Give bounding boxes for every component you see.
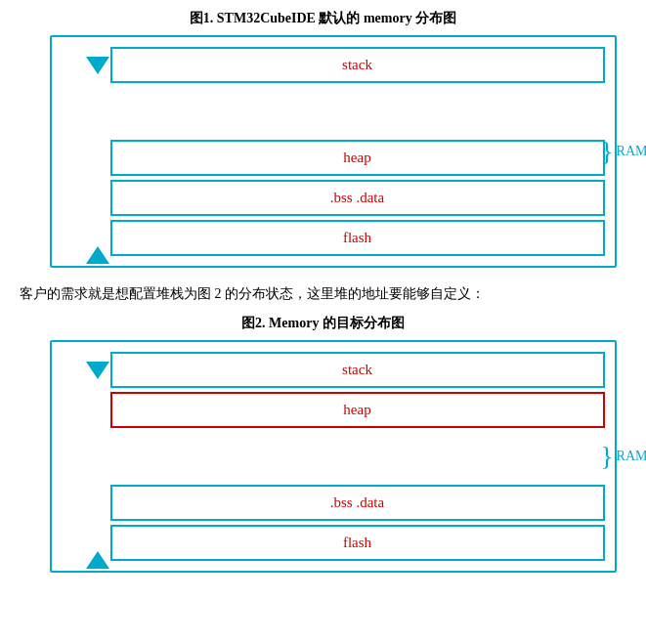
figure1-blocks: stack heap .bss .data flash [110, 47, 605, 256]
fig2-flash-block: flash [110, 525, 605, 561]
fig1-bss-block: .bss .data [110, 180, 605, 216]
fig2-stack-block: stack [110, 352, 605, 388]
fig2-ram-text: RAM [617, 449, 646, 464]
fig2-spacer [110, 432, 605, 481]
figure2-diagram: stack heap .bss .data flash [50, 340, 617, 573]
figure1-title: 图1. STM32CubeIDE 默认的 memory 分布图 [20, 10, 626, 27]
description-text: 客户的需求就是想配置堆栈为图 2 的分布状态，这里堆的地址要能够自定义： [20, 283, 626, 305]
fig1-ram-text: RAM [617, 144, 646, 159]
fig1-spacer [110, 87, 605, 136]
fig2-bss-block: .bss .data [110, 485, 605, 521]
fig2-heap-block: heap [110, 392, 605, 428]
figure2-arrows [62, 352, 110, 561]
figure2-wrapper: stack heap .bss .data flash } RAM [50, 340, 597, 573]
figure2-blocks: stack heap .bss .data flash [110, 352, 605, 561]
figure2-title: 图2. Memory 的目标分布图 [20, 315, 626, 332]
figure2-ram-label: } RAM [600, 443, 646, 470]
figure1-arrows [62, 47, 110, 256]
fig1-heap-block: heap [110, 140, 605, 176]
figure1-ram-label: } RAM [600, 138, 646, 165]
fig1-stack-block: stack [110, 47, 605, 83]
figure1-wrapper: stack heap .bss .data flash } RAM [50, 35, 597, 268]
fig1-flash-block: flash [110, 220, 605, 256]
figure1-diagram: stack heap .bss .data flash [50, 35, 617, 268]
